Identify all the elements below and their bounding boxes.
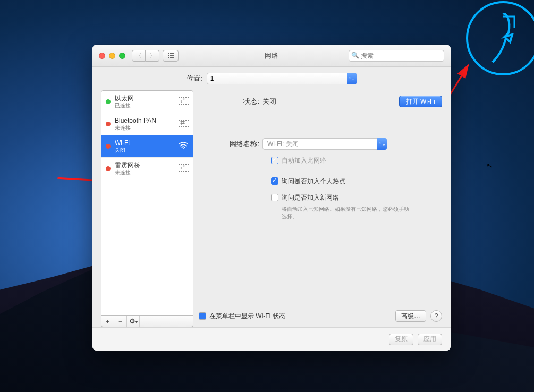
service-thunderbolt-bridge[interactable]: 雷雳网桥 未连接 <box>101 158 193 180</box>
bottom-row: 在菜单栏中显示 Wi-Fi 状态 高级… ? <box>199 307 442 327</box>
service-status: 已连接 <box>115 103 134 108</box>
services-list: 以太网 已连接 Bluetooth PAN 未连接 Wi <box>101 90 193 316</box>
status-dot-red <box>106 144 111 149</box>
traffic-lights <box>99 53 125 59</box>
ask-hotspot-label: 询问是否加入个人热点 <box>282 177 345 186</box>
service-name: 雷雳网桥 <box>115 162 140 169</box>
advanced-button[interactable]: 高级… <box>395 310 426 322</box>
service-name: Wi-Fi <box>115 140 130 147</box>
auto-join-label: 自动加入此网络 <box>282 156 326 165</box>
apply-button[interactable]: 应用 <box>418 334 442 345</box>
ask-new-label: 询问是否加入新网络 <box>282 193 339 202</box>
add-service-button[interactable]: ＋ <box>101 316 114 327</box>
forward-button[interactable]: 〉 <box>146 50 159 62</box>
network-name-label: 网络名称: <box>199 139 262 149</box>
search-field-wrapper: 🔍 <box>349 50 444 62</box>
menubar-label: 在菜单栏中显示 Wi-Fi 状态 <box>209 312 285 321</box>
minimize-button[interactable] <box>109 53 115 59</box>
status-value: 关闭 <box>262 97 276 106</box>
service-status: 未连接 <box>115 125 156 131</box>
svg-point-2 <box>183 148 184 149</box>
service-ethernet[interactable]: 以太网 已连接 <box>101 91 193 113</box>
ask-new-help-text: 将自动加入已知网络。如果没有已知网络，您必须手动选择。 <box>282 206 409 220</box>
status-dot-green <box>106 99 111 104</box>
service-name: Bluetooth PAN <box>115 117 156 124</box>
ethernet-icon <box>179 97 189 107</box>
revert-button[interactable]: 复原 <box>389 334 413 345</box>
search-icon: 🔍 <box>351 52 359 59</box>
menubar-checkbox-row[interactable]: 在菜单栏中显示 Wi-Fi 状态 <box>199 312 285 321</box>
back-button[interactable]: 〈 <box>132 50 146 62</box>
help-button[interactable]: ? <box>430 310 442 322</box>
wifi-icon <box>178 142 189 151</box>
detail-panel: 状态: 关闭 打开 Wi-Fi ↖ 网络名称: Wi-Fi: 关闭 ⌃⌄ 自动加… <box>199 90 442 327</box>
network-name-select[interactable]: Wi-Fi: 关闭 <box>262 138 387 150</box>
status-dot-red <box>106 166 111 171</box>
location-select[interactable]: 1 <box>207 73 357 84</box>
ethernet-icon <box>179 120 189 129</box>
location-row: 位置: 1 ⌃⌄ <box>92 67 451 90</box>
service-status: 关闭 <box>115 147 130 153</box>
auto-join-checkbox-row: 自动加入此网络 <box>271 156 442 165</box>
ethernet-icon <box>179 164 189 174</box>
close-button[interactable] <box>99 53 105 59</box>
menubar-checkbox[interactable] <box>199 312 206 320</box>
service-bluetooth-pan[interactable]: Bluetooth PAN 未连接 <box>101 113 193 135</box>
ask-new-checkbox[interactable] <box>271 194 278 201</box>
service-name: 以太网 <box>115 95 134 102</box>
network-preferences-window: 〈 〉 网络 🔍 位置: 1 ⌃⌄ 以太网 已连接 <box>92 45 451 351</box>
services-toolbar: ＋ － ⚙▾ <box>101 316 193 327</box>
service-status: 未连接 <box>115 169 140 175</box>
auto-join-checkbox <box>271 157 278 164</box>
remove-service-button[interactable]: － <box>114 316 127 327</box>
search-input[interactable] <box>349 50 444 62</box>
turn-on-wifi-button[interactable]: 打开 Wi-Fi <box>399 96 442 107</box>
services-sidebar: 以太网 已连接 Bluetooth PAN 未连接 Wi <box>101 90 193 327</box>
status-dot-red <box>106 122 111 126</box>
ask-hotspot-checkbox-row[interactable]: 询问是否加入个人热点 <box>271 177 442 186</box>
window-footer: 复原 应用 <box>92 327 451 351</box>
ask-new-checkbox-row[interactable]: 询问是否加入新网络 <box>271 193 442 202</box>
location-label: 位置: <box>187 74 202 83</box>
ask-hotspot-checkbox[interactable] <box>271 177 278 185</box>
service-wifi[interactable]: Wi-Fi 关闭 <box>101 135 193 158</box>
annotation-circle <box>466 1 534 75</box>
status-label: 状态: <box>199 97 262 106</box>
service-actions-button[interactable]: ⚙▾ <box>127 316 140 327</box>
zoom-button[interactable] <box>119 53 125 59</box>
show-all-button[interactable] <box>163 50 179 62</box>
titlebar: 〈 〉 网络 🔍 <box>92 45 451 67</box>
